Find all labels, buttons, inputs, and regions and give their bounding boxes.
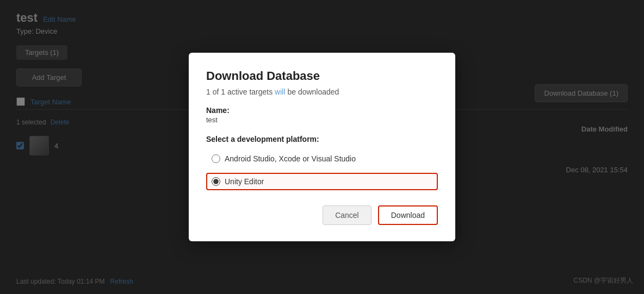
cancel-button[interactable]: Cancel [323,205,371,225]
radio-option-android[interactable]: Android Studio, Xcode or Visual Studio [206,150,438,167]
modal-overlay: Download Database 1 of 1 active targets … [0,0,644,294]
modal-name-label: Name: [206,106,438,115]
modal-dialog: Download Database 1 of 1 active targets … [189,53,455,241]
subtitle-text-before: 1 of 1 active targets [206,87,275,96]
modal-title: Download Database [206,69,438,83]
radio-android[interactable] [212,154,220,163]
radio-unity[interactable] [212,177,220,186]
download-button[interactable]: Download [378,205,438,225]
subtitle-text-after: be downloaded [286,87,339,96]
radio-option-unity[interactable]: Unity Editor [206,173,438,190]
modal-actions: Cancel Download [206,205,438,225]
modal-subtitle: 1 of 1 active targets will be downloaded [206,87,438,96]
radio-unity-label[interactable]: Unity Editor [225,177,264,186]
radio-android-label[interactable]: Android Studio, Xcode or Visual Studio [225,154,356,163]
subtitle-highlight: will [275,87,285,96]
modal-name-value: test [206,116,438,124]
platform-label: Select a development platform: [206,135,438,143]
